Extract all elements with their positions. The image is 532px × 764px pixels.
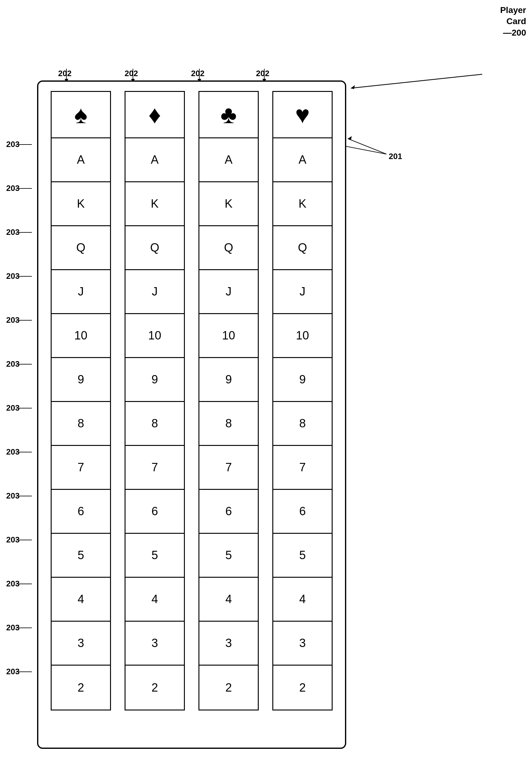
card-row-diamond-Q[interactable]: Q	[125, 226, 184, 270]
card-row-spade-4[interactable]: 4	[52, 578, 110, 622]
card-row-club-9[interactable]: 9	[200, 358, 258, 402]
card-row-heart-3[interactable]: 3	[273, 622, 332, 666]
label-203-6: 203	[6, 474, 20, 518]
card-row-club-5[interactable]: 5	[200, 534, 258, 578]
card-row-diamond-2[interactable]: 2	[125, 666, 184, 709]
card-row-heart-8[interactable]: 8	[273, 402, 332, 446]
card-row-diamond-6[interactable]: 6	[125, 490, 184, 534]
suit-header-club: ♣	[200, 92, 258, 138]
card-row-spade-K[interactable]: K	[52, 182, 110, 226]
card-row-heart-A[interactable]: A	[273, 138, 332, 182]
card-row-heart-7[interactable]: 7	[273, 446, 332, 490]
suit-header-spade: ♠	[52, 92, 110, 138]
svg-marker-1	[351, 85, 355, 89]
card-row-diamond-8[interactable]: 8	[125, 402, 184, 446]
card-row-diamond-4[interactable]: 4	[125, 578, 184, 622]
card-row-heart-5[interactable]: 5	[273, 534, 332, 578]
label-202-1: 202	[58, 69, 71, 80]
label-203-A: 203	[6, 122, 20, 166]
card-row-heart-Q[interactable]: Q	[273, 226, 332, 270]
card-row-spade-6[interactable]: 6	[52, 490, 110, 534]
card-row-club-4[interactable]: 4	[200, 578, 258, 622]
card-row-spade-9[interactable]: 9	[52, 358, 110, 402]
card-row-club-8[interactable]: 8	[200, 402, 258, 446]
card-row-diamond-K[interactable]: K	[125, 182, 184, 226]
label-202-2: 202	[125, 69, 138, 80]
suit-column-club: ♣ A K Q J 10 9 8 7 6 5 4 3 2	[199, 91, 259, 710]
card-row-spade-5[interactable]: 5	[52, 534, 110, 578]
label-203-Q: 203	[6, 210, 20, 254]
suit-header-diamond: ♦	[125, 92, 184, 138]
card-row-spade-10[interactable]: 10	[52, 314, 110, 358]
card-row-diamond-7[interactable]: 7	[125, 446, 184, 490]
label-203-J: 203	[6, 254, 20, 298]
card-row-heart-J[interactable]: J	[273, 270, 332, 314]
label-203-9: 203	[6, 342, 20, 386]
suit-column-spade: ♠ A K Q J 10 9 8 7 6 5 4 3 2	[51, 91, 111, 710]
card-row-club-6[interactable]: 6	[200, 490, 258, 534]
label-201: 201	[389, 152, 402, 161]
card-row-heart-9[interactable]: 9	[273, 358, 332, 402]
card-row-spade-7[interactable]: 7	[52, 446, 110, 490]
label-203-K: 203	[6, 166, 20, 210]
label-203-3: 203	[6, 606, 20, 650]
card-row-club-Q[interactable]: Q	[200, 226, 258, 270]
svg-line-10	[348, 139, 386, 154]
svg-marker-11	[348, 136, 352, 140]
card-row-heart-10[interactable]: 10	[273, 314, 332, 358]
card-row-diamond-5[interactable]: 5	[125, 534, 184, 578]
label-202-3: 202	[191, 69, 204, 80]
card-row-diamond-A[interactable]: A	[125, 138, 184, 182]
label-203-7: 203	[6, 430, 20, 474]
card-row-diamond-9[interactable]: 9	[125, 358, 184, 402]
card-row-spade-Q[interactable]: Q	[52, 226, 110, 270]
card-row-spade-3[interactable]: 3	[52, 622, 110, 666]
card-row-club-K[interactable]: K	[200, 182, 258, 226]
suit-column-heart: ♥ A K Q J 10 9 8 7 6 5 4 3 2	[272, 91, 332, 710]
card-row-spade-A[interactable]: A	[52, 138, 110, 182]
card-row-club-A[interactable]: A	[200, 138, 258, 182]
main-card: ♠ A K Q J 10 9 8 7 6 5 4 3 2 ♦ A K Q J 1…	[37, 81, 346, 749]
suit-column-diamond: ♦ A K Q J 10 9 8 7 6 5 4 3 2	[125, 91, 185, 710]
card-row-heart-2[interactable]: 2	[273, 666, 332, 709]
card-row-heart-K[interactable]: K	[273, 182, 332, 226]
label-203-10: 203	[6, 298, 20, 342]
card-row-diamond-10[interactable]: 10	[125, 314, 184, 358]
card-row-diamond-3[interactable]: 3	[125, 622, 184, 666]
card-row-heart-4[interactable]: 4	[273, 578, 332, 622]
card-row-club-J[interactable]: J	[200, 270, 258, 314]
svg-line-0	[351, 74, 482, 88]
card-row-heart-6[interactable]: 6	[273, 490, 332, 534]
label-203-4: 203	[6, 562, 20, 606]
suit-header-heart: ♥	[273, 92, 332, 138]
label-203-container: 203 203 203 203 203 203 203 203 203 203 …	[6, 122, 20, 693]
card-row-spade-8[interactable]: 8	[52, 402, 110, 446]
card-row-spade-J[interactable]: J	[52, 270, 110, 314]
card-row-club-7[interactable]: 7	[200, 446, 258, 490]
label-203-8: 203	[6, 386, 20, 430]
card-row-club-2[interactable]: 2	[200, 666, 258, 709]
card-row-club-3[interactable]: 3	[200, 622, 258, 666]
card-row-spade-2[interactable]: 2	[52, 666, 110, 709]
label-203-2: 203	[6, 650, 20, 693]
label-202-4: 202	[256, 69, 269, 80]
card-row-diamond-J[interactable]: J	[125, 270, 184, 314]
label-203-5: 203	[6, 518, 20, 562]
card-row-club-10[interactable]: 10	[200, 314, 258, 358]
player-card-label: Player Card —200	[500, 5, 526, 38]
